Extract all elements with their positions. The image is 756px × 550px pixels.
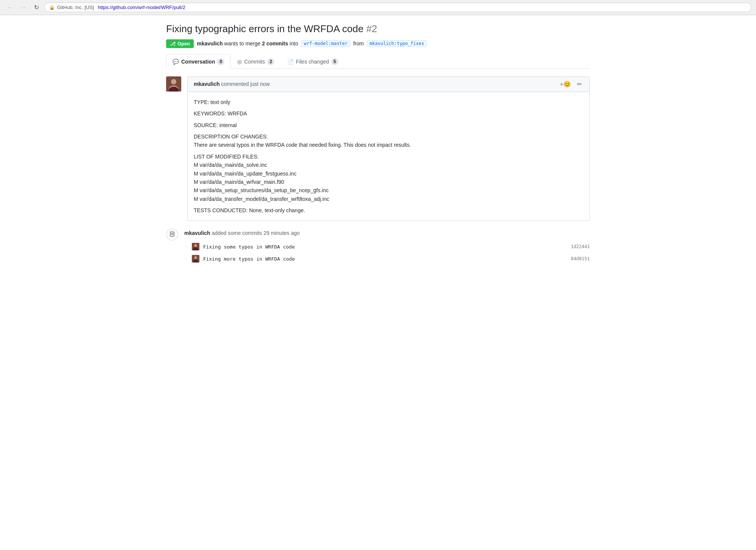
commits-icon: ◎ (237, 59, 242, 65)
merge-icon: ⎇ (170, 41, 176, 47)
comment-line-2: KEYWORDS: WRFDA (194, 109, 583, 118)
timeline-section: mkavulich added some commits 29 minutes … (166, 228, 590, 265)
commit-item-2: ◦ Fixing more typos in WRFDA code 04d015… (184, 253, 590, 265)
comment-author[interactable]: mkavulich (194, 81, 219, 87)
add-reaction-button[interactable]: +😊 (558, 80, 572, 89)
tab-commits[interactable]: ◎ Commits 2 (231, 54, 281, 69)
site-label: GitHub, Inc. [US] (57, 5, 94, 10)
comment-section: mkavulich commented just now +😊 ✏ TYPE: … (166, 76, 590, 221)
commit-message-1[interactable]: Fixing some typos in WRFDA code (203, 244, 567, 250)
comment-timestamp: commented just now (221, 81, 269, 87)
comment-header-info: mkavulich commented just now (194, 81, 270, 87)
open-badge: ⎇ Open (166, 39, 194, 48)
pr-meta: ⎇ Open mkavulich wants to merge 2 commit… (166, 39, 590, 48)
tabs: 💬 Conversation 0 ◎ Commits 2 📄 Files cha… (166, 54, 590, 69)
comment-box: mkavulich commented just now +😊 ✏ TYPE: … (187, 76, 590, 221)
pr-title: Fixing typographic errors in the WRFDA c… (166, 23, 590, 36)
commit-bullet-2: ◦ (184, 255, 188, 263)
commit-bullet-1: ◦ (184, 243, 188, 250)
url-text: https://github.com/wrf-model/WRF/pull/2 (98, 5, 185, 10)
svg-point-11 (194, 256, 197, 259)
tab-conversation-count: 0 (217, 58, 224, 65)
browser-chrome: ← → ↻ 🔒 GitHub, Inc. [US] https://github… (0, 0, 756, 15)
timeline-author: mkavulich (184, 230, 210, 236)
page-content: Fixing typographic errors in the WRFDA c… (151, 15, 605, 272)
tab-conversation-label: Conversation (181, 59, 215, 65)
comment-line-4: DESCRIPTION OF CHANGES: There are severa… (194, 132, 583, 149)
comment-header: mkavulich commented just now +😊 ✏ (188, 77, 590, 92)
tab-commits-label: Commits (244, 59, 265, 65)
comment-header-actions: +😊 ✏ (558, 80, 583, 89)
timeline-commits-icon (166, 228, 178, 241)
pr-meta-author: mkavulich wants to merge 2 commits into (197, 40, 298, 47)
timeline-action: added some commits (212, 230, 263, 236)
tab-commits-count: 2 (267, 58, 274, 65)
commit-hash-1[interactable]: 1d22441 (571, 244, 590, 249)
source-branch-label[interactable]: mkavulich:typo_fixes (367, 40, 427, 47)
address-bar[interactable]: 🔒 GitHub, Inc. [US] https://github.com/w… (44, 3, 751, 12)
svg-point-1 (171, 79, 176, 84)
lock-icon: 🔒 (49, 5, 55, 10)
tab-files-changed[interactable]: 📄 Files changed 5 (281, 54, 345, 69)
forward-button[interactable]: → (18, 3, 29, 12)
tab-files-count: 5 (331, 58, 338, 65)
tab-files-label: Files changed (296, 59, 329, 65)
timeline-time: 29 minutes ago (263, 230, 300, 236)
commit-item-1: ◦ Fixing some typos in WRFDA code 1d2244… (184, 241, 590, 253)
target-branch-label[interactable]: wrf-model:master (301, 40, 350, 47)
commit-list: ◦ Fixing some typos in WRFDA code 1d2244… (184, 241, 590, 265)
pr-number: #2 (366, 23, 377, 34)
timeline-content: mkavulich added some commits 29 minutes … (184, 228, 590, 265)
edit-comment-button[interactable]: ✏ (576, 80, 583, 89)
commit-hash-2[interactable]: 04d0151 (571, 256, 590, 261)
from-text: from (353, 40, 364, 47)
comment-line-6: TESTS CONDUCTED: None, text-only change. (194, 206, 583, 214)
comment-line-3: SOURCE: internal (194, 121, 583, 129)
comment-line-1: TYPE: text only (194, 98, 583, 106)
reload-button[interactable]: ↻ (32, 3, 41, 12)
back-button[interactable]: ← (5, 3, 15, 12)
commit-avatar-1 (192, 243, 199, 250)
svg-rect-4 (170, 232, 174, 236)
conversation-icon: 💬 (173, 59, 179, 65)
commit-message-2[interactable]: Fixing more typos in WRFDA code (203, 256, 567, 262)
comment-line-5: LIST OF MODIFIED FILES: M var/da/da_main… (194, 152, 583, 203)
comment-body: TYPE: text only KEYWORDS: WRFDA SOURCE: … (188, 92, 590, 221)
tab-conversation[interactable]: 💬 Conversation 0 (166, 54, 231, 69)
files-icon: 📄 (287, 59, 294, 65)
commenter-avatar (166, 76, 181, 92)
commit-avatar-2 (192, 255, 199, 263)
svg-point-8 (194, 244, 197, 247)
